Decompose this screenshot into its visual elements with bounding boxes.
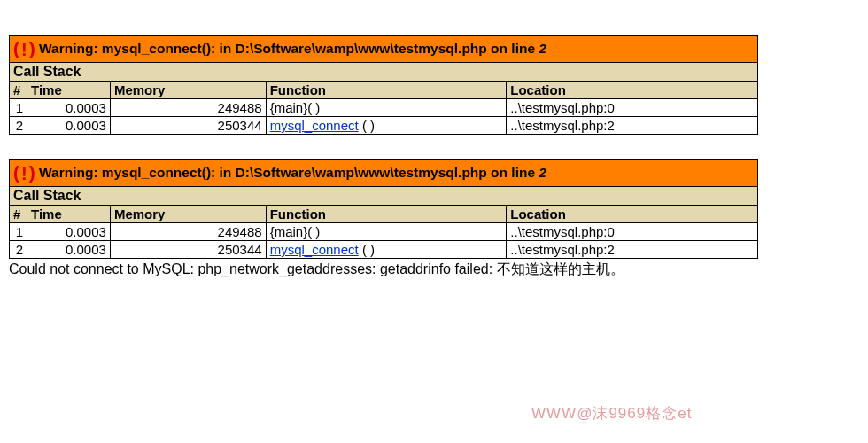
watermark-text: WWW@沫9969格念et xyxy=(531,403,692,424)
table-row: 2 0.0003 250344 mysql_connect ( ) ..\tes… xyxy=(10,240,758,258)
column-headers-row: # Time Memory Function Location xyxy=(10,81,758,98)
warning-message: Warning: mysql_connect(): in D:\Software… xyxy=(39,41,539,56)
cell-time: 0.0003 xyxy=(27,116,110,134)
warning-line-number: 2 xyxy=(539,41,546,56)
table-row: 1 0.0003 249488 {main}( ) ..\testmysql.p… xyxy=(10,98,758,116)
cell-location: ..\testmysql.php:0 xyxy=(507,222,758,240)
callstack-header: Call Stack xyxy=(10,62,758,81)
xdebug-error-table: (!) Warning: mysql_connect(): in D:\Soft… xyxy=(9,35,758,135)
cell-num: 2 xyxy=(10,116,27,134)
connection-error-message: Could not connect to MySQL: php_network_… xyxy=(9,260,859,279)
callstack-label: Call Stack xyxy=(10,186,758,205)
cell-function: mysql_connect ( ) xyxy=(266,116,507,134)
xdebug-error-table: (!) Warning: mysql_connect(): in D:\Soft… xyxy=(9,159,758,259)
table-row: 1 0.0003 249488 {main}( ) ..\testmysql.p… xyxy=(10,222,758,240)
mysql-connect-link[interactable]: mysql_connect xyxy=(270,118,359,133)
warning-message: Warning: mysql_connect(): in D:\Software… xyxy=(39,165,539,180)
cell-memory: 249488 xyxy=(110,222,266,240)
warning-header-row: (!) Warning: mysql_connect(): in D:\Soft… xyxy=(10,36,758,63)
cell-function: {main}( ) xyxy=(266,222,507,240)
warning-icon: (!) xyxy=(13,38,35,58)
col-function: Function xyxy=(266,81,507,98)
col-location: Location xyxy=(507,81,758,98)
col-memory: Memory xyxy=(110,81,266,98)
col-num: # xyxy=(10,205,27,222)
cell-location: ..\testmysql.php:0 xyxy=(507,98,758,116)
cell-function: {main}( ) xyxy=(266,98,507,116)
cell-memory: 249488 xyxy=(110,98,266,116)
cell-num: 1 xyxy=(10,98,27,116)
col-memory: Memory xyxy=(110,205,266,222)
cell-location: ..\testmysql.php:2 xyxy=(507,240,758,258)
col-function: Function xyxy=(266,205,507,222)
cell-time: 0.0003 xyxy=(27,222,110,240)
cell-time: 0.0003 xyxy=(27,98,110,116)
warning-header-row: (!) Warning: mysql_connect(): in D:\Soft… xyxy=(10,159,758,186)
column-headers-row: # Time Memory Function Location xyxy=(10,205,758,222)
callstack-label: Call Stack xyxy=(10,62,758,81)
cell-time: 0.0003 xyxy=(27,240,110,258)
table-row: 2 0.0003 250344 mysql_connect ( ) ..\tes… xyxy=(10,116,758,134)
col-num: # xyxy=(10,81,27,98)
cell-location: ..\testmysql.php:2 xyxy=(507,116,758,134)
cell-memory: 250344 xyxy=(110,116,266,134)
cell-memory: 250344 xyxy=(110,240,266,258)
callstack-header: Call Stack xyxy=(10,186,758,205)
col-location: Location xyxy=(507,205,758,222)
warning-line-number: 2 xyxy=(539,165,546,180)
cell-function: mysql_connect ( ) xyxy=(266,240,507,258)
cell-num: 1 xyxy=(10,222,27,240)
warning-icon: (!) xyxy=(13,162,35,183)
mysql-connect-link[interactable]: mysql_connect xyxy=(270,242,359,257)
col-time: Time xyxy=(27,81,110,98)
cell-num: 2 xyxy=(10,240,27,258)
col-time: Time xyxy=(27,205,110,222)
